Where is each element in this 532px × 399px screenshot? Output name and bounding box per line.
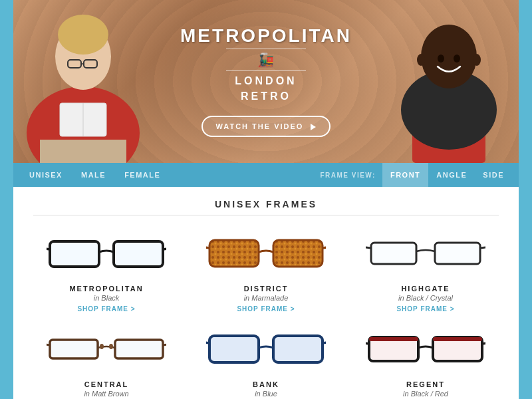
- frame-image-bank: [193, 322, 339, 375]
- section-title: UNISEX FRAMES: [33, 199, 499, 209]
- hero-banner: METROPOLITAN 🚂 LONDON RETRO WATCH THE VI…: [13, 0, 519, 163]
- svg-line-19: [163, 248, 166, 249]
- brand-subtitle: LONDON RETRO: [180, 74, 352, 104]
- frame-name-metropolitan: METROPOLITAN: [33, 285, 180, 293]
- section-divider: [33, 215, 499, 215]
- frame-name-bank: BANK: [193, 380, 339, 388]
- frame-image-regent: [352, 322, 499, 375]
- svg-point-35: [100, 344, 104, 349]
- svg-rect-38: [273, 336, 323, 362]
- main-content: UNISEX FRAMES: [13, 187, 519, 399]
- svg-line-45: [366, 342, 369, 344]
- person-right: [379, 0, 519, 163]
- nav-male[interactable]: MALE: [72, 163, 115, 187]
- watch-video-button[interactable]: WATCH THE VIDEO: [201, 116, 331, 137]
- svg-rect-16: [50, 241, 99, 267]
- brand-logo: METROPOLITAN 🚂 LONDON RETRO WATCH THE VI…: [180, 26, 352, 138]
- svg-line-39: [206, 342, 209, 343]
- svg-line-46: [482, 342, 485, 344]
- play-icon: [311, 124, 316, 130]
- shop-link-district[interactable]: SHOP FRAME >: [237, 305, 295, 313]
- frame-image-highgate: [352, 226, 499, 279]
- nav-right-group: FRAME VIEW: FRONT ANGLE SIDE: [313, 163, 512, 187]
- frame-name-regent: REGENT: [352, 380, 499, 388]
- svg-point-15: [473, 54, 481, 66]
- frame-name-highgate: HIGHGATE: [352, 285, 499, 293]
- svg-rect-8: [40, 140, 126, 163]
- person-left: [13, 0, 153, 163]
- svg-rect-23: [209, 240, 259, 267]
- svg-rect-43: [369, 337, 418, 341]
- svg-rect-24: [273, 240, 323, 267]
- frame-view-label: FRAME VIEW:: [313, 172, 382, 179]
- svg-rect-44: [433, 337, 482, 341]
- svg-line-26: [323, 247, 326, 248]
- svg-line-18: [47, 248, 50, 249]
- frame-card-district: DISTRICT in Marmalade SHOP FRAME >: [193, 226, 339, 314]
- nav-left-group: UNISEX MALE FEMALE: [20, 163, 313, 187]
- view-side[interactable]: SIDE: [475, 163, 512, 187]
- svg-point-11: [421, 25, 477, 88]
- nav-female[interactable]: FEMALE: [115, 163, 170, 187]
- frame-image-metropolitan: [33, 226, 180, 279]
- frame-color-district: in Marmalade: [193, 294, 339, 302]
- brand-icon: 🚂: [180, 52, 352, 68]
- svg-line-40: [323, 342, 326, 343]
- brand-title: METROPOLITAN: [180, 26, 352, 47]
- frame-color-metropolitan: in Black: [33, 294, 180, 302]
- frame-card-highgate: HIGHGATE in Black / Crystal SHOP FRAME >: [352, 226, 499, 314]
- svg-point-12: [438, 55, 444, 63]
- svg-point-2: [58, 15, 108, 55]
- shop-link-metropolitan[interactable]: SHOP FRAME >: [77, 305, 135, 313]
- svg-line-25: [206, 247, 209, 248]
- svg-rect-32: [115, 340, 163, 358]
- frame-card-regent: REGENT in Black / Red SHOP FRAME >: [352, 322, 499, 399]
- svg-point-14: [417, 54, 425, 66]
- svg-point-13: [454, 55, 460, 63]
- frame-card-metropolitan: METROPOLITAN in Black SHOP FRAME >: [33, 226, 180, 314]
- frame-name-central: CENTRAL: [33, 380, 180, 388]
- view-angle[interactable]: ANGLE: [428, 163, 475, 187]
- frame-color-central: in Matt Brown: [33, 390, 180, 398]
- shop-link-highgate[interactable]: SHOP FRAME >: [396, 305, 454, 313]
- svg-rect-17: [114, 241, 163, 267]
- svg-rect-31: [50, 340, 98, 358]
- frame-color-bank: in Blue: [193, 390, 339, 398]
- svg-rect-37: [209, 336, 259, 362]
- svg-rect-27: [371, 243, 416, 264]
- navigation-bar: UNISEX MALE FEMALE FRAME VIEW: FRONT ANG…: [13, 163, 519, 187]
- frame-image-district: [193, 226, 339, 279]
- frame-color-regent: in Black / Red: [352, 390, 499, 398]
- view-front[interactable]: FRONT: [382, 163, 428, 187]
- frame-card-bank: BANK in Blue SHOP FRAME >: [193, 322, 339, 399]
- frame-color-highgate: in Black / Crystal: [352, 294, 499, 302]
- frame-name-district: DISTRICT: [193, 285, 339, 293]
- frame-card-central: CENTRAL in Matt Brown SHOP FRAME >: [33, 322, 180, 399]
- svg-rect-28: [435, 243, 480, 264]
- nav-unisex[interactable]: UNISEX: [20, 163, 72, 187]
- frames-grid: METROPOLITAN in Black SHOP FRAME >: [33, 226, 499, 399]
- svg-point-36: [109, 344, 113, 349]
- frame-image-central: [33, 322, 180, 375]
